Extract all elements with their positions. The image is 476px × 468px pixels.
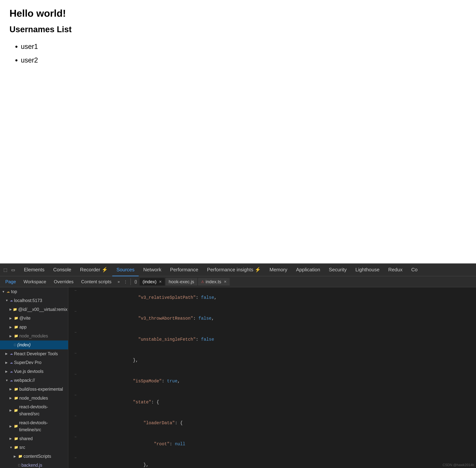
line-content: "isSpaMode": true, (81, 371, 180, 392)
folder-icon: 📁 (14, 445, 18, 450)
arrow-icon: ▶ (5, 351, 9, 356)
tab-elements[interactable]: Elements (20, 264, 48, 276)
tab-lighthouse[interactable]: Lighthouse (351, 264, 384, 276)
folder-icon: 📁 (14, 424, 18, 429)
folder-icon: 📁 (14, 408, 18, 413)
inspect-icon[interactable]: ⬚ (2, 267, 9, 273)
file-tab-index-ts[interactable]: ⚠ index.ts ✕ (198, 278, 230, 286)
tab-performance-insights[interactable]: Performance insights ⚡ (203, 264, 265, 276)
tree-item-src[interactable]: ▼ 📁 src (0, 443, 68, 452)
file-tab-label: hook-exec.js (169, 279, 194, 284)
tab-security[interactable]: Security (325, 264, 351, 276)
line-number: – (70, 350, 81, 357)
line-number: – (70, 454, 81, 461)
line-number: – (70, 329, 81, 336)
more-icon[interactable]: ⋮ (123, 279, 129, 285)
tab-memory[interactable]: Memory (265, 264, 292, 276)
code-line: – "unstable_singleFetch": false (68, 329, 476, 350)
tree-item-label: Vue.js devtools (14, 368, 44, 375)
devtools-body: ▼ ☁ top ▼ ☁ localhost:5173 ▶ 📁 @id/__x00… (0, 287, 476, 468)
tree-item-label: top (11, 288, 17, 295)
tab-application[interactable]: Application (292, 264, 324, 276)
tree-item-label: contentScripts (24, 453, 51, 460)
subtab-overrides[interactable]: Overrides (50, 278, 77, 286)
tab-more[interactable]: Co (407, 264, 422, 276)
arrow-icon: ▶ (10, 408, 13, 413)
tree-item-vuejs[interactable]: ▶ ☁ Vue.js devtools (0, 367, 68, 376)
sources-subtoolbar: Page Workspace Overrides Content scripts… (0, 276, 476, 287)
tree-item-label: SuperDev Pro (14, 359, 41, 366)
line-content: }, (81, 454, 149, 468)
file-icon: □ (18, 463, 20, 468)
page-title: Hello world! (10, 8, 466, 19)
line-number: – (70, 392, 81, 398)
tree-item-react-devtools[interactable]: ▶ ☁ React Developer Tools (0, 349, 68, 358)
folder-icon: 📁 (18, 453, 22, 459)
file-tab-label: (index) (143, 279, 156, 284)
watermark: CSDN @hawk2014b (443, 463, 474, 467)
arrow-icon: ▶ (5, 360, 9, 365)
tab-sources[interactable]: Sources (112, 264, 139, 276)
device-icon[interactable]: ▭ (10, 267, 16, 273)
tree-item-rdt-shared[interactable]: ▶ 📁 react-devtools-shared/src (0, 402, 68, 418)
code-line: – "state": { (68, 392, 476, 413)
arrow-icon: ▶ (10, 387, 13, 392)
code-editor[interactable]: – "v3_relativeSplatPath": false, – "v3_t… (68, 287, 476, 468)
folder-icon: 📁 (14, 387, 18, 392)
tree-item-label: app (19, 324, 27, 331)
tree-item-label: build/oss-experimental (19, 386, 63, 393)
close-index-tab[interactable]: ✕ (159, 280, 162, 284)
line-content: "unstable_singleFetch": false (81, 329, 214, 350)
tree-item-node-modules[interactable]: ▶ 📁 node_modules (0, 332, 68, 340)
tree-item-content-scripts[interactable]: ▶ 📁 contentScripts (0, 452, 68, 461)
tree-item-label: @id/__x00__virtual:remix (18, 306, 67, 313)
folder-icon: 📁 (14, 395, 18, 401)
line-content: "state": { (81, 392, 159, 413)
tree-item-label: shared (19, 435, 33, 442)
tree-item-remix[interactable]: ▶ 📁 @id/__x00__virtual:remix (0, 305, 68, 314)
arrow-icon: ▶ (10, 334, 13, 339)
tree-item-label: backend.js (21, 462, 42, 468)
tab-performance[interactable]: Performance (166, 264, 202, 276)
chevron-right-icon[interactable]: » (116, 279, 122, 285)
tree-item-rdt-timeline[interactable]: ▶ 📁 react-devtools-timeline/src (0, 418, 68, 434)
tree-item-shared[interactable]: ▶ 📁 shared (0, 434, 68, 443)
tree-item-build[interactable]: ▶ 📁 build/oss-experimental (0, 385, 68, 394)
tab-recorder[interactable]: Recorder ⚡ (76, 264, 112, 276)
arrow-icon: ▶ (5, 369, 9, 374)
tree-item-label: (index) (17, 341, 31, 349)
tab-console[interactable]: Console (49, 264, 75, 276)
cloud-icon: ☁ (10, 369, 13, 374)
tree-item-backend-js[interactable]: □ backend.js (0, 461, 68, 468)
line-content: }, (81, 350, 138, 371)
subtab-page[interactable]: Page (2, 278, 19, 286)
line-content: "v3_throwAbortReason": false, (81, 308, 214, 329)
code-line: – }, (68, 454, 476, 468)
subtab-workspace[interactable]: Workspace (20, 278, 50, 286)
file-tab-hook-exec[interactable]: hook-exec.js (166, 278, 197, 286)
tab-network[interactable]: Network (139, 264, 165, 276)
tree-item-label: react-devtools-timeline/src (19, 419, 66, 433)
tree-item-top[interactable]: ▼ ☁ top (0, 287, 68, 296)
code-line: – }, (68, 350, 476, 371)
tree-item-index[interactable]: □ (index) (0, 340, 68, 349)
file-tab-index[interactable]: (index) ✕ (139, 278, 165, 286)
close-index-ts-tab[interactable]: ✕ (224, 280, 227, 284)
tree-item-node-modules2[interactable]: ▶ 📁 node_modules (0, 394, 68, 403)
tree-item-label: webpack:// (14, 377, 35, 384)
format-icon[interactable]: {} (133, 279, 139, 285)
folder-icon: 📁 (14, 315, 18, 321)
tree-item-vite[interactable]: ▶ 📁 @vite (0, 314, 68, 323)
tree-item-superdev[interactable]: ▶ ☁ SuperDev Pro (0, 358, 68, 367)
tab-redux[interactable]: Redux (384, 264, 407, 276)
devtools-toolbar: ⬚ ▭ Elements Console Recorder ⚡ Sources … (0, 264, 476, 276)
cloud-icon: ☁ (10, 298, 13, 303)
tree-item-label: localhost:5173 (14, 297, 42, 304)
tree-item-app[interactable]: ▶ 📁 app (0, 323, 68, 332)
tree-item-webpack[interactable]: ▼ ☁ webpack:// (0, 376, 68, 385)
file-tab-label: index.ts (206, 279, 221, 284)
tree-item-label: React Developer Tools (14, 350, 58, 357)
subtab-content-scripts[interactable]: Content scripts (78, 278, 115, 286)
folder-icon: 📁 (13, 307, 17, 312)
tree-item-localhost[interactable]: ▼ ☁ localhost:5173 (0, 296, 68, 305)
